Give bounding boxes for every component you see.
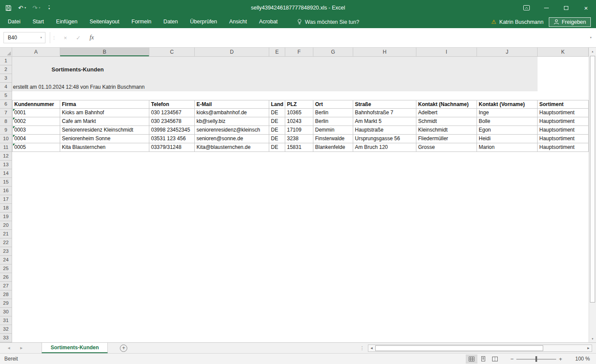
cell-I10[interactable]: Fliedermüller: [416, 135, 477, 143]
formula-bar-drag-handle[interactable]: ⋮: [52, 35, 56, 40]
cell-J7[interactable]: Inge: [477, 109, 538, 117]
vertical-scroll-thumb[interactable]: [590, 56, 595, 303]
table-header-H6[interactable]: Straße: [353, 100, 416, 109]
worksheet-grid[interactable]: Sortiments-Kunden erstellt am 01.10.2024…: [0, 48, 589, 342]
cell-K10[interactable]: Hauptsortiment: [538, 135, 589, 143]
undo-caret-icon[interactable]: ▾: [25, 6, 26, 10]
add-sheet-button[interactable]: +: [120, 345, 127, 352]
insert-function-button[interactable]: fx: [85, 34, 99, 41]
column-header-C[interactable]: C: [149, 48, 195, 57]
column-header-F[interactable]: F: [285, 48, 313, 57]
cell-B8[interactable]: Cafe am Markt: [60, 117, 149, 126]
row-header-8[interactable]: 8: [0, 117, 12, 126]
column-header-B[interactable]: B: [60, 48, 149, 57]
cell-A11[interactable]: 0005: [12, 143, 60, 152]
cell-G11[interactable]: Blankenfelde: [313, 143, 353, 152]
table-header-A6[interactable]: Kundennummer: [12, 100, 60, 109]
table-header-F6[interactable]: PLZ: [285, 100, 313, 109]
cell-K9[interactable]: Hauptsortiment: [538, 126, 589, 135]
tab-start[interactable]: Start: [26, 16, 50, 28]
tab-einfuegen[interactable]: Einfügen: [50, 16, 84, 28]
redo-button[interactable]: ↷ ▾: [32, 5, 40, 11]
cell-J11[interactable]: Marion: [477, 143, 538, 152]
cell-D9[interactable]: seniorenresidenz@kleinsch: [195, 126, 269, 135]
cell-C10[interactable]: 03531 123 456: [149, 135, 195, 143]
table-header-J6[interactable]: Kontakt (Vorname): [477, 100, 538, 109]
scroll-left-button[interactable]: ◄: [368, 346, 375, 350]
cell-I9[interactable]: Kleinschmidt: [416, 126, 477, 135]
normal-view-button[interactable]: [466, 354, 477, 364]
row-header-1[interactable]: 1: [0, 57, 12, 65]
cell-I7[interactable]: Adelbert: [416, 109, 477, 117]
cell-B7[interactable]: Kioks am Bahnhof: [60, 109, 149, 117]
column-header-E[interactable]: E: [269, 48, 285, 57]
customize-quick-access-button[interactable]: ▾: [48, 6, 50, 10]
cell-D8[interactable]: kb@selly.biz: [195, 117, 269, 126]
scroll-up-button[interactable]: ▴: [589, 48, 596, 55]
page-layout-view-button[interactable]: [477, 354, 489, 364]
cell-H10[interactable]: Ursprungsgasse 56: [353, 135, 416, 143]
cell-D10[interactable]: senioren@sonne.de: [195, 135, 269, 143]
cell-G9[interactable]: Demmin: [313, 126, 353, 135]
tab-seitenlayout[interactable]: Seitenlayout: [84, 16, 126, 28]
page-break-view-button[interactable]: [489, 354, 501, 364]
vertical-scrollbar[interactable]: ▴ ▾: [589, 48, 596, 342]
name-box[interactable]: B40 ▾: [3, 32, 45, 43]
cell-E9[interactable]: DE: [269, 126, 285, 135]
cell-B11[interactable]: Kita Blausternchen: [60, 143, 149, 152]
row-header-30[interactable]: 30: [0, 308, 12, 316]
tab-daten[interactable]: Daten: [158, 16, 184, 28]
horizontal-scrollbar[interactable]: ◄ ►: [368, 345, 592, 352]
row-header-14[interactable]: 14: [0, 169, 12, 178]
sheet-tab-sortiments-kunden[interactable]: Sortiments-Kunden: [42, 343, 108, 353]
row-header-32[interactable]: 32: [0, 325, 12, 334]
cell-D7[interactable]: kioks@ambahnhof.de: [195, 109, 269, 117]
cell-E8[interactable]: DE: [269, 117, 285, 126]
cancel-entry-button[interactable]: ×: [59, 35, 72, 41]
column-header-D[interactable]: D: [195, 48, 269, 57]
cell-K7[interactable]: Hauptsortiment: [538, 109, 589, 117]
zoom-slider-thumb[interactable]: [535, 356, 537, 362]
row-header-5[interactable]: 5: [0, 91, 12, 100]
cell-A10[interactable]: 0004: [12, 135, 60, 143]
row-header-2[interactable]: 2: [0, 65, 12, 74]
table-header-C6[interactable]: Telefon: [149, 100, 195, 109]
cell-A7[interactable]: 0001: [12, 109, 60, 117]
tell-me-box[interactable]: Was möchten Sie tun?: [297, 19, 359, 25]
cell-G10[interactable]: Finsterwalde: [313, 135, 353, 143]
cell-J10[interactable]: Heidi: [477, 135, 538, 143]
cell-G7[interactable]: Berlin: [313, 109, 353, 117]
row-header-29[interactable]: 29: [0, 299, 12, 308]
minimize-button[interactable]: [536, 0, 556, 16]
cell-F10[interactable]: 3238: [285, 135, 313, 143]
tab-bar-splitter[interactable]: ⋮: [356, 345, 368, 351]
table-header-G6[interactable]: Ort: [313, 100, 353, 109]
row-header-9[interactable]: 9: [0, 126, 12, 135]
column-header-G[interactable]: G: [313, 48, 353, 57]
cell-C11[interactable]: 03379/31248: [149, 143, 195, 152]
account-button[interactable]: ⚠ Katrin Buschmann: [491, 19, 544, 25]
column-header-A[interactable]: A: [12, 48, 60, 57]
cell-K11[interactable]: Hauptsortiment: [538, 143, 589, 152]
close-button[interactable]: ×: [576, 0, 596, 16]
cell-F9[interactable]: 17109: [285, 126, 313, 135]
cell-E7[interactable]: DE: [269, 109, 285, 117]
column-header-I[interactable]: I: [416, 48, 477, 57]
horizontal-scroll-thumb[interactable]: [375, 345, 543, 351]
cell-F8[interactable]: 10243: [285, 117, 313, 126]
zoom-level-button[interactable]: 100 %: [570, 356, 590, 362]
cell-D11[interactable]: Kita@blausternchen.de: [195, 143, 269, 152]
zoom-out-button[interactable]: −: [508, 356, 516, 362]
row-header-22[interactable]: 22: [0, 238, 12, 247]
cell-B10[interactable]: Seniorenheim Sonne: [60, 135, 149, 143]
row-header-17[interactable]: 17: [0, 195, 12, 204]
row-header-21[interactable]: 21: [0, 230, 12, 238]
cell-F7[interactable]: 10365: [285, 109, 313, 117]
row-header-25[interactable]: 25: [0, 264, 12, 273]
table-header-I6[interactable]: Kontakt (Nachname): [416, 100, 477, 109]
row-header-16[interactable]: 16: [0, 187, 12, 195]
confirm-entry-button[interactable]: ✓: [72, 35, 85, 41]
row-header-27[interactable]: 27: [0, 282, 12, 290]
row-header-15[interactable]: 15: [0, 178, 12, 187]
row-header-3[interactable]: 3: [0, 74, 12, 83]
